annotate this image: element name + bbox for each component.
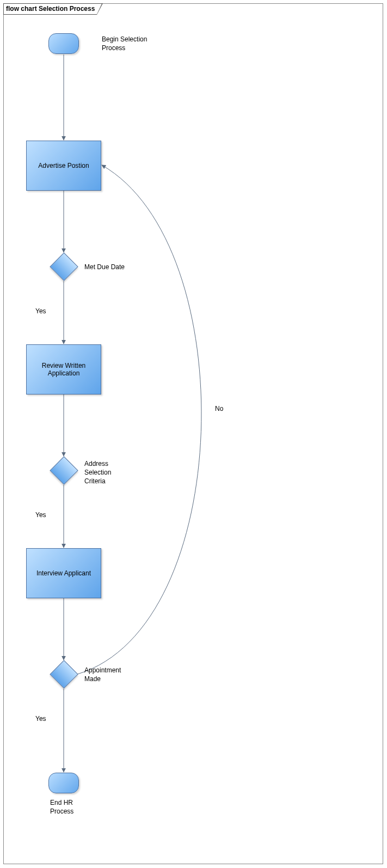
process-review-label: Review Written Application [29, 362, 99, 377]
decision-appointment-label: Appointment Made [84, 666, 139, 683]
decision-criteria-label: Address Selection Criteria [84, 459, 122, 486]
process-advertise-label: Advertise Postion [38, 162, 89, 169]
process-review: Review Written Application [26, 344, 101, 394]
edge-no: No [215, 404, 223, 413]
end-label: End HR Process [50, 798, 88, 816]
start-node [48, 33, 79, 54]
end-node [48, 773, 79, 793]
process-interview: Interview Applicant [26, 548, 101, 598]
decision-due-date-label: Met Due Date [84, 263, 125, 271]
diagram-frame: flow chart Selection Process [3, 3, 383, 864]
start-label: Begin Selection Process [102, 35, 167, 52]
process-advertise: Advertise Postion [26, 141, 101, 191]
process-interview-label: Interview Applicant [36, 569, 91, 577]
edge-yes-2: Yes [35, 511, 46, 519]
edge-yes-3: Yes [35, 714, 46, 723]
edge-yes-1: Yes [35, 307, 46, 315]
diagram-canvas: flow chart Selection Process Begin [0, 0, 387, 868]
diagram-title: flow chart Selection Process [3, 3, 97, 15]
